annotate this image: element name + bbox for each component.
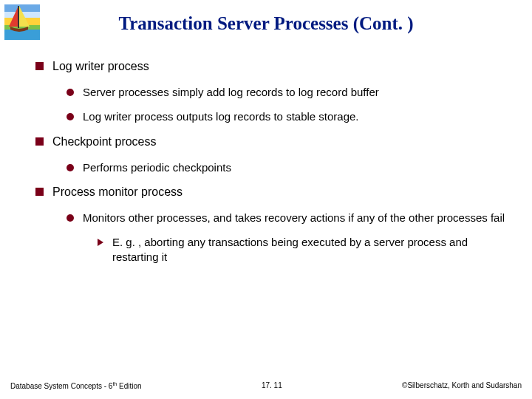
content-area: Log writer process Server processes simp… — [35, 59, 510, 274]
bullet-text: Log writer process — [52, 59, 149, 75]
dot-bullet-icon — [66, 214, 74, 222]
bullet-text: Server processes simply add log records … — [83, 85, 379, 100]
svg-rect-0 — [4, 4, 40, 12]
slide: Transaction Server Processes (Cont. ) Lo… — [0, 0, 532, 399]
footer-left: Database System Concepts - 6th Edition — [10, 381, 142, 390]
subbullet-periodic-checkpoints: Performs periodic checkpoints — [66, 160, 510, 175]
arrow-bullet-icon — [98, 239, 103, 246]
square-bullet-icon — [35, 137, 44, 146]
footer: Database System Concepts - 6th Edition 1… — [0, 381, 532, 390]
subsubbullet-abort-restart: E. g. , aborting any transactions being … — [98, 235, 510, 264]
dot-bullet-icon — [66, 164, 74, 171]
bullet-process-monitor: Process monitor process — [35, 185, 510, 200]
subbullet-recovery-actions: Monitors other processes, and takes reco… — [66, 211, 510, 225]
bullet-text: Process monitor process — [52, 185, 183, 200]
subbullet-output-records: Log writer process outputs log records t… — [66, 109, 510, 124]
dot-bullet-icon — [66, 89, 74, 96]
dot-bullet-icon — [66, 113, 74, 120]
footer-right: ©Silberschatz, Korth and Sudarshan — [402, 381, 522, 390]
bullet-checkpoint: Checkpoint process — [35, 134, 510, 150]
footer-center: 17. 11 — [262, 381, 282, 390]
bullet-text: E. g. , aborting any transactions being … — [112, 235, 510, 264]
subbullet-add-records: Server processes simply add log records … — [66, 85, 510, 100]
footer-left-suffix: Edition — [117, 382, 141, 390]
footer-left-prefix: Database System Concepts - 6 — [10, 382, 112, 390]
bullet-text: Performs periodic checkpoints — [83, 160, 231, 175]
bullet-log-writer: Log writer process — [35, 59, 510, 75]
bullet-text: Checkpoint process — [52, 134, 157, 150]
bullet-text: Monitors other processes, and takes reco… — [83, 211, 505, 225]
slide-title: Transaction Server Processes (Cont. ) — [0, 13, 532, 34]
square-bullet-icon — [35, 62, 44, 70]
bullet-text: Log writer process outputs log records t… — [83, 109, 359, 124]
square-bullet-icon — [35, 188, 44, 196]
